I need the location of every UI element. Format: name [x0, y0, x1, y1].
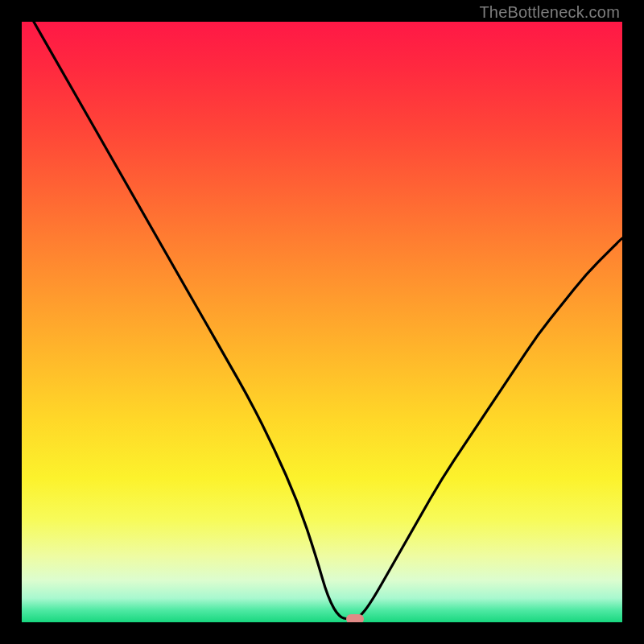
minimum-marker — [346, 614, 364, 622]
plot-area — [22, 22, 622, 622]
curve-svg — [22, 22, 622, 622]
bottleneck-curve — [34, 22, 622, 619]
watermark-text: TheBottleneck.com — [479, 3, 620, 22]
chart-frame: TheBottleneck.com — [0, 0, 644, 644]
